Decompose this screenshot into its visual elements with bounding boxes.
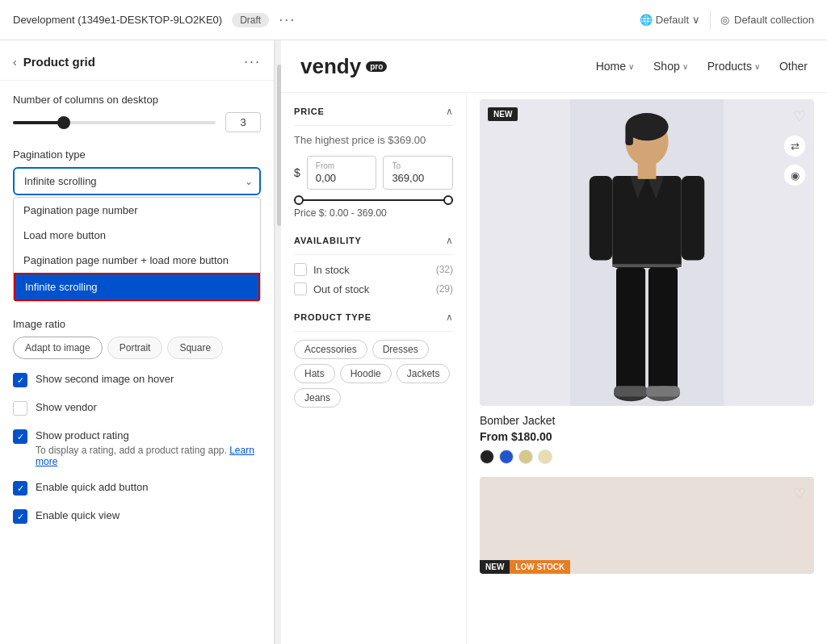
pagination-select-wrapper: Infinite scrolling ⌄ — [13, 167, 261, 195]
logo-pro-badge: pro — [366, 61, 387, 72]
compare-icon[interactable]: ⇄ — [783, 135, 806, 157]
product-info: Bomber Jacket From $180.00 — [480, 406, 814, 470]
nav-home-chevron-icon: ∨ — [628, 62, 634, 71]
checkbox-vendor-label: Show vendor — [36, 400, 97, 415]
pagination-dropdown: Pagination page number Load more button … — [13, 197, 261, 302]
avail-out-of-stock-label: Out of stock — [313, 283, 369, 295]
price-filter-header[interactable]: PRICE ∧ — [294, 106, 453, 126]
columns-label: Number of columns on desktop — [13, 94, 261, 106]
columns-value[interactable]: 3 — [225, 112, 261, 132]
color-black[interactable] — [480, 450, 494, 464]
checkmark-icon-2: ✓ — [17, 432, 24, 442]
checkbox-vendor: Show vendor — [13, 400, 261, 416]
pagination-select[interactable]: Infinite scrolling — [13, 167, 261, 195]
nav-link-home[interactable]: Home ∨ — [596, 60, 634, 73]
availability-in-stock: In stock (32) — [294, 263, 453, 276]
checkbox-quick-add-box[interactable]: ✓ — [13, 481, 27, 496]
product-type-chevron-icon: ∧ — [446, 312, 453, 323]
ratio-btn-adapt[interactable]: Adapt to image — [13, 337, 103, 359]
price-highest-label: The highest price is $369.00 — [294, 134, 453, 146]
checkbox-quick-add-label: Enable quick add button — [36, 480, 149, 495]
slider-row: 3 — [13, 112, 261, 132]
type-tag-jeans[interactable]: Jeans — [294, 388, 341, 408]
checkbox-rating: ✓ Show product rating To display a ratin… — [13, 429, 261, 467]
checkmark-icon: ✓ — [17, 375, 24, 386]
dropdown-option-pagination-number[interactable]: Pagination page number — [14, 198, 260, 223]
back-button[interactable]: ‹ — [13, 56, 17, 69]
globe-icon: 🌐 — [640, 14, 653, 26]
topbar-dots-button[interactable]: ··· — [279, 11, 296, 28]
color-cream[interactable] — [538, 450, 552, 464]
svg-rect-10 — [682, 176, 705, 261]
availability-filter-chevron-icon: ∧ — [446, 235, 453, 246]
avail-in-stock-left: In stock — [294, 263, 350, 276]
product-type-filter-header[interactable]: PRODUCT TYPE ∧ — [294, 312, 453, 332]
type-tag-dresses[interactable]: Dresses — [372, 340, 429, 359]
price-from-label: From — [316, 161, 368, 170]
color-gold[interactable] — [518, 450, 533, 464]
avail-in-stock-count: (32) — [436, 264, 453, 275]
slider-fill — [13, 121, 64, 124]
product-price: From $180.00 — [480, 430, 814, 443]
product-card-2: ♡ NEW LOW STOCK — [480, 477, 814, 574]
learn-more-link[interactable]: Learn more — [36, 445, 254, 467]
svg-rect-9 — [590, 176, 613, 261]
product-type-filter-section: PRODUCT TYPE ∧ Accessories Dresses Hats … — [294, 312, 453, 408]
checkbox-second-image-box[interactable]: ✓ — [13, 373, 27, 387]
badge-low-stock-2: LOW STOCK — [510, 560, 570, 574]
availability-out-of-stock: Out of stock (29) — [294, 282, 453, 295]
avail-out-of-stock-checkbox[interactable] — [294, 282, 307, 295]
svg-rect-12 — [649, 268, 678, 391]
svg-rect-11 — [616, 268, 645, 391]
dropdown-option-infinite[interactable]: Infinite scrolling — [14, 273, 260, 301]
nav-link-products[interactable]: Products ∨ — [707, 60, 760, 73]
type-tag-accessories[interactable]: Accessories — [294, 340, 367, 359]
locale-selector[interactable]: 🌐 Default ∨ — [640, 14, 700, 26]
product-type-tags: Accessories Dresses Hats Hoodie Jackets … — [294, 340, 453, 408]
price-range-slider[interactable] — [294, 199, 453, 201]
price-to-input[interactable]: To 369,00 — [383, 156, 453, 190]
app-title: Development (1349e1-DESKTOP-9LO2KE0) — [13, 14, 222, 26]
price-from-input[interactable]: From 0,00 — [307, 156, 377, 190]
wishlist-icon-2[interactable]: ♡ — [793, 485, 806, 503]
collection-selector[interactable]: ◎ Default collection — [720, 14, 814, 26]
product-card-1: NEW ♡ ⇄ ◉ — [480, 99, 814, 470]
pagination-selected: Infinite scrolling — [24, 175, 97, 187]
wishlist-icon[interactable]: ♡ — [793, 107, 806, 125]
collection-icon: ◎ — [720, 14, 729, 26]
checkbox-quick-view: ✓ Enable quick view — [13, 508, 261, 524]
type-tag-hoodie[interactable]: Hoodie — [340, 364, 392, 383]
dropdown-option-pagination-load[interactable]: Pagination page number + load more butto… — [14, 248, 260, 273]
price-thumb-left[interactable] — [294, 195, 304, 205]
checkbox-rating-box[interactable]: ✓ — [13, 429, 27, 444]
nav-link-shop[interactable]: Shop ∨ — [653, 60, 688, 73]
right-panel: vendy pro Home ∨ Shop ∨ Products ∨ — [281, 40, 827, 644]
quickview-icon[interactable]: ◉ — [783, 164, 806, 186]
image-ratio-label: Image ratio — [13, 318, 261, 330]
color-blue[interactable] — [499, 450, 514, 464]
ratio-btn-square[interactable]: Square — [167, 337, 223, 359]
type-tag-jackets[interactable]: Jackets — [397, 364, 451, 383]
draft-badge: Draft — [232, 13, 269, 27]
columns-slider[interactable] — [13, 121, 216, 124]
pagination-setting: Pagination type Infinite scrolling ⌄ Pag… — [13, 148, 261, 302]
left-panel: ‹ Product grid ··· Number of columns on … — [0, 40, 275, 644]
availability-filter-title: AVAILABILITY — [294, 236, 362, 245]
avail-in-stock-checkbox[interactable] — [294, 263, 307, 276]
price-thumb-right[interactable] — [443, 195, 453, 205]
panel-dots-button[interactable]: ··· — [244, 53, 261, 70]
svg-rect-16 — [646, 386, 680, 396]
slider-thumb[interactable] — [57, 116, 70, 129]
checkbox-rating-sublabel: To display a rating, add a product ratin… — [36, 445, 261, 467]
checkbox-quick-view-box[interactable]: ✓ — [13, 509, 27, 524]
nav-other-label: Other — [779, 60, 808, 73]
checkbox-vendor-box[interactable] — [13, 401, 27, 416]
ratio-btn-portrait[interactable]: Portrait — [107, 337, 163, 359]
image-ratio-setting: Image ratio Adapt to image Portrait Squa… — [13, 318, 261, 359]
type-tag-hats[interactable]: Hats — [294, 364, 335, 383]
nav-link-other[interactable]: Other — [779, 60, 808, 73]
availability-filter-header[interactable]: AVAILABILITY ∧ — [294, 235, 453, 255]
scroll-indicator — [275, 40, 281, 644]
dropdown-option-load-more[interactable]: Load more button — [14, 223, 260, 248]
svg-rect-8 — [638, 162, 657, 179]
